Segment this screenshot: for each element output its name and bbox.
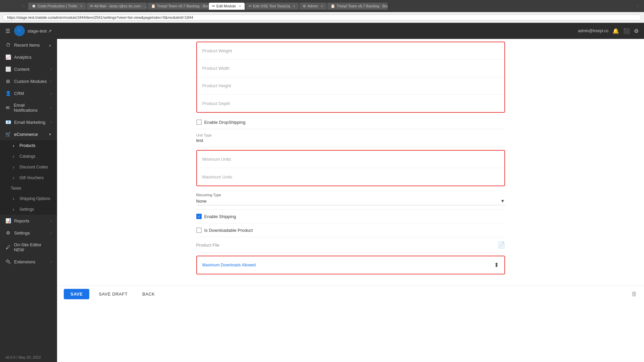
product-height-label: Product Height [202, 83, 499, 88]
sidebar-item-label: Recent Items [14, 43, 40, 48]
sidebar-subitem-catalogs[interactable]: › Catalogs [0, 151, 57, 162]
settings-icon: ⚙ [5, 230, 11, 236]
downloadable-row: Is Downloadable Product [196, 223, 505, 237]
new-tab-btn[interactable]: ＋ [634, 2, 641, 10]
shipping-expand-icon: › [11, 196, 16, 201]
enable-shipping-checkbox[interactable]: ✓ [196, 214, 202, 219]
maximum-units-row: Maximum Units [197, 168, 504, 186]
notifications-btn[interactable]: 🔔 [612, 28, 619, 34]
site-name[interactable]: stage-test ↗ [28, 29, 52, 34]
sidebar-item-extensions[interactable]: 🔌 Extensions › [0, 256, 57, 268]
email-mktg-arrow: › [51, 120, 52, 124]
back-nav-btn[interactable]: ← [3, 3, 10, 9]
sidebar-item-email-marketing[interactable]: 📧 Email Marketing › [0, 116, 57, 128]
browser-tab-tab6[interactable]: ⚙Admin✕ [299, 3, 327, 10]
sidebar-subitem-label: Taxes [11, 186, 21, 191]
sidebar-subitem-discount-codes[interactable]: › Discount Codes [0, 162, 57, 172]
address-bar[interactable]: https://stage-test.trialsite.co/admin/mo… [3, 14, 641, 20]
downloadable-checkbox[interactable] [196, 227, 202, 233]
sidebar-item-label: CRM [14, 91, 24, 96]
sidebar-subitem-gift-vouchers[interactable]: › Gift Vouchers [0, 172, 57, 183]
delete-icon[interactable]: 🗑 [631, 291, 637, 298]
sidebar-item-custom-modules[interactable]: ⊞ Custom Modules › [0, 75, 57, 87]
ecommerce-icon: 🛒 [5, 132, 11, 137]
sidebar-item-on-site-editor[interactable]: 🖊 On-Site Editor NEW [0, 239, 57, 256]
save-draft-button[interactable]: SAVE DRAFT [93, 289, 133, 299]
product-depth-row: Product Depth [197, 95, 504, 112]
display-btn[interactable]: ⬛ [623, 28, 630, 34]
sidebar-item-settings[interactable]: ⚙ Settings › [0, 227, 57, 239]
file-upload-icon[interactable]: 📄 [498, 241, 505, 249]
email-notifications-icon: ✉ [5, 105, 10, 110]
browser-tabs: 🔲Code Production | Trello✕✉All Mail - ta… [28, 3, 633, 10]
sidebar-item-reports[interactable]: 📊 Reports › [0, 215, 57, 227]
extensions-arrow: › [51, 260, 52, 264]
email-notif-arrow: › [51, 106, 52, 110]
sidebar-item-label: Custom Modules [14, 79, 47, 84]
app-logo: 🔵 stage-test ↗ [14, 25, 52, 36]
sidebar-subitem-label: Products [19, 143, 35, 148]
on-site-icon: 🖊 [5, 245, 11, 250]
sidebar-subitem-settings-ec[interactable]: › Settings [0, 204, 57, 215]
maximum-units-label: Maximum Units [202, 174, 499, 179]
browser-tab-tab1[interactable]: 🔲Code Production | Trello✕ [28, 3, 86, 10]
sidebar-subitem-label: Gift Vouchers [19, 175, 44, 180]
browser-tab-tab2[interactable]: ✉All Mail - taras.r@ez-bc.com - ...✕ [87, 3, 147, 10]
units-section: Minimum Units Maximum Units [196, 150, 505, 186]
max-downloads-stepper[interactable]: ⬍ [494, 261, 499, 269]
sidebar-subitem-taxes[interactable]: Taxes [0, 183, 57, 193]
downloadable-label: Is Downloadable Product [204, 228, 253, 233]
recent-items-icon: ⏱ [5, 42, 11, 48]
sidebar-subitem-shipping[interactable]: › Shipping Options [0, 193, 57, 204]
product-width-row: Product Width [197, 60, 504, 77]
sidebar: ⏱ Recent Items ▲ 📈 Analytics ⬜ Content ›… [0, 39, 57, 362]
sidebar-subitem-label: Discount Codes [19, 165, 48, 169]
version-label: v6.6.0 / May 20, 2022 [0, 353, 57, 362]
reload-btn[interactable]: ↻ [20, 3, 27, 9]
recurring-type-arrow: ▼ [500, 198, 505, 204]
sidebar-item-ecommerce[interactable]: 🛒 eCommerce ▼ [0, 128, 57, 140]
max-downloads-row: Maximum Downloads Allowed ⬍ [197, 256, 504, 274]
hamburger-btn[interactable]: ☰ [5, 28, 10, 34]
sidebar-item-label: Email Marketing [14, 120, 45, 125]
recurring-type-wrapper[interactable]: None ▼ [196, 198, 505, 205]
unit-type-section: Unit Type test [196, 129, 505, 147]
browser-tab-tab3[interactable]: 📋Treepl Team v6.7 Backlog - Boa...✕ [148, 3, 208, 10]
max-downloads-label: Maximum Downloads Allowed [202, 263, 256, 267]
sidebar-item-label: On-Site Editor NEW [14, 242, 52, 252]
sidebar-item-recent-items[interactable]: ⏱ Recent Items ▲ [0, 39, 57, 51]
settings-arrow: › [51, 231, 52, 235]
address-bar-row: https://stage-test.trialsite.co/admin/mo… [0, 12, 644, 23]
unit-type-value: test [196, 138, 505, 143]
recurring-type-label: Recurring Type [196, 193, 505, 197]
dropshipping-checkbox[interactable] [196, 119, 202, 125]
product-depth-label: Product Depth [202, 101, 499, 106]
minimum-units-row: Minimum Units [197, 151, 504, 168]
browser-tab-tab5[interactable]: ✏Edit OSE Test Taras1q✕ [245, 3, 299, 10]
recent-items-arrow: ▲ [48, 43, 52, 47]
browser-tab-tab7[interactable]: 📋Treepl Team v6.7 Backlog - Boa...✕ [327, 3, 388, 10]
sidebar-item-label: eCommerce [14, 132, 38, 137]
catalogs-expand-icon: › [11, 154, 16, 159]
sidebar-item-label: Settings [14, 230, 30, 236]
sidebar-item-label: Extensions [14, 259, 36, 264]
sidebar-item-crm[interactable]: 👤 CRM › [0, 87, 57, 99]
settings-header-btn[interactable]: ⚙ [634, 28, 639, 34]
sidebar-item-email-notifications[interactable]: ✉ Email Notifications › [0, 99, 57, 116]
content-icon: ⬜ [5, 66, 11, 72]
sidebar-subitem-label: Settings [19, 207, 34, 212]
enable-shipping-label: Enable Shipping [204, 214, 236, 219]
sidebar-item-analytics[interactable]: 📈 Analytics [0, 51, 57, 63]
product-weight-row: Product Weight [197, 42, 504, 60]
analytics-icon: 📈 [5, 54, 11, 60]
browser-tab-tab4[interactable]: ✏Edit Module✕ [209, 3, 245, 10]
sidebar-subitem-products[interactable]: › Products [0, 140, 57, 151]
back-button[interactable]: BACK [137, 289, 160, 299]
forward-nav-btn[interactable]: → [11, 3, 19, 9]
save-button[interactable]: SAVE [64, 289, 89, 299]
settings-ec-expand-icon: › [11, 207, 16, 212]
sidebar-item-content[interactable]: ⬜ Content › [0, 63, 57, 75]
custom-modules-icon: ⊞ [5, 79, 11, 84]
enable-shipping-row: ✓ Enable Shipping [196, 210, 505, 223]
user-email: admin@treepl.co [578, 29, 608, 33]
